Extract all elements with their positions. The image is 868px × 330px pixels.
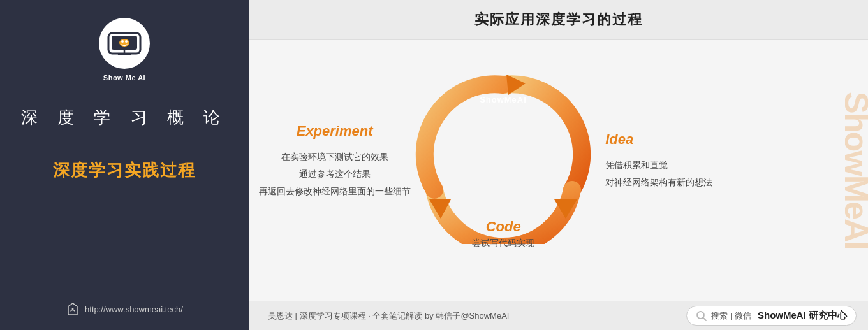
search-brand: ShowMeAI 研究中心 <box>758 310 847 322</box>
bottom-bar: 吴恩达 | 深度学习专项课程 · 全套笔记解读 by 韩信子@ShowMeAI … <box>249 301 868 330</box>
circle-diagram: ShowMeAI Code 尝试写代码实现 <box>414 66 592 244</box>
sidebar-link[interactable]: http://www.showmeai.tech/ <box>0 302 249 316</box>
svg-point-3 <box>121 40 124 43</box>
code-text: 尝试写代码实现 <box>472 238 534 249</box>
svg-text:ShowMeAI: ShowMeAI <box>480 95 527 104</box>
idea-line-2: 对神经网络架构有新的想法 <box>605 174 753 191</box>
idea-panel: Idea 凭借积累和直觉 对神经网络架构有新的想法 <box>592 118 753 191</box>
experiment-line-3: 再返回去修改神经网络里面的一些细节 <box>259 183 411 200</box>
content-panel: 实际应用深度学习的过程 ShowMeAI Experiment 在实验环境下测试… <box>249 0 868 330</box>
experiment-panel: Experiment 在实验环境下测试它的效果 通过参考这个结果 再返回去修改神… <box>255 110 414 200</box>
sidebar-subtitle: 深度学习实践过程 <box>53 159 196 182</box>
cycle-svg: ShowMeAI <box>414 66 592 244</box>
content-header: 实际应用深度学习的过程 <box>249 0 868 40</box>
search-box[interactable]: 搜索 | 微信 ShowMeAI 研究中心 <box>686 306 857 326</box>
content-body: ShowMeAI Experiment 在实验环境下测试它的效果 通过参考这个结… <box>249 40 868 301</box>
svg-point-4 <box>125 40 128 43</box>
sidebar-main-title: 深 度 学 习 概 论 <box>21 106 228 129</box>
experiment-title: Experiment <box>297 123 373 140</box>
sidebar-url: http://www.showmeai.tech/ <box>85 305 183 314</box>
idea-title: Idea <box>605 131 753 148</box>
logo-circle <box>99 18 150 69</box>
experiment-line-2: 通过参考这个结果 <box>259 166 411 183</box>
diagram-container: Experiment 在实验环境下测试它的效果 通过参考这个结果 再返回去修改神… <box>255 47 753 263</box>
sidebar: Show Me AI 深 度 学 习 概 论 深度学习实践过程 http://w… <box>0 0 249 330</box>
credit-text: 吴恩达 | 深度学习专项课程 · 全套笔记解读 by 韩信子@ShowMeAI <box>268 310 509 322</box>
watermark-right: ShowMeAI <box>845 40 868 301</box>
svg-point-7 <box>72 308 74 310</box>
link-icon <box>66 302 80 316</box>
code-title: Code <box>472 219 534 235</box>
watermark-right-text: ShowMeAI <box>845 92 868 249</box>
search-label: 搜索 | 微信 <box>711 310 751 322</box>
experiment-text: 在实验环境下测试它的效果 通过参考这个结果 再返回去修改神经网络里面的一些细节 <box>259 148 411 200</box>
idea-text: 凭借积累和直觉 对神经网络架构有新的想法 <box>605 157 753 191</box>
idea-line-1: 凭借积累和直觉 <box>605 157 753 174</box>
logo-text: Show Me AI <box>103 74 145 82</box>
experiment-line-1: 在实验环境下测试它的效果 <box>259 148 411 166</box>
code-panel: Code 尝试写代码实现 <box>472 219 534 249</box>
logo-icon <box>107 31 142 56</box>
logo-container: Show Me AI <box>99 18 150 82</box>
page-title: 实际应用深度学习的过程 <box>474 11 643 27</box>
svg-line-13 <box>703 317 707 320</box>
search-icon <box>696 310 707 322</box>
